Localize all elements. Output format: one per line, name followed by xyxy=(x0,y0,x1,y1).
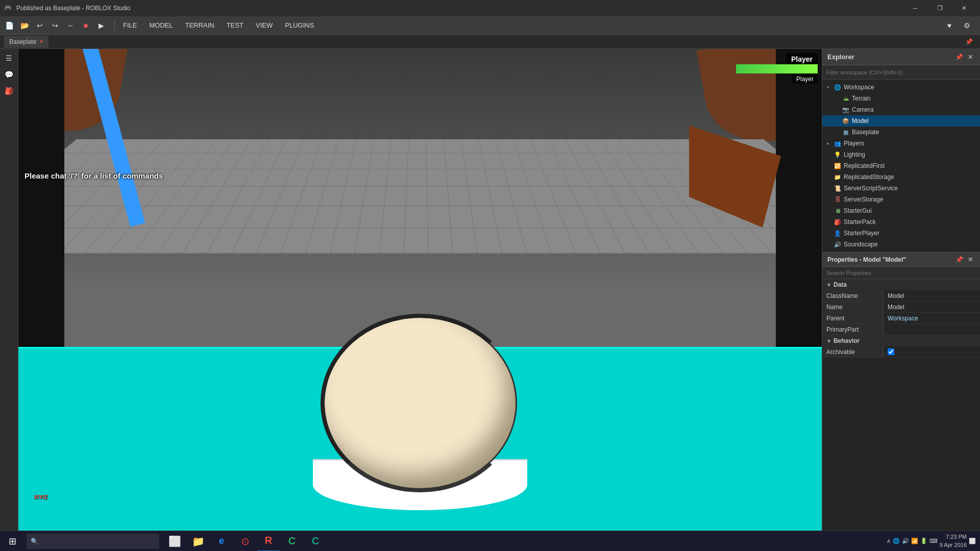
tree-expander-workspace[interactable]: ▾ xyxy=(824,85,831,90)
tree-label-starterplayer: StarterPlayer xyxy=(844,230,879,237)
taskbar-app-taskview[interactable]: ⬜ xyxy=(163,531,186,552)
heart-icon[interactable]: ♥ xyxy=(942,18,957,33)
archivable-checkbox[interactable] xyxy=(888,348,894,355)
show-desktop-button[interactable]: ⬜ xyxy=(969,538,976,544)
taskbar-app-6[interactable]: C xyxy=(304,531,327,552)
tree-icon-terrain: ⛰ xyxy=(842,94,850,103)
tree-label-replicatedstorage: ReplicatedStorage xyxy=(844,173,894,181)
tree-item-soundscape[interactable]: 🔊 Soundscape xyxy=(822,239,980,250)
tree-item-startergui[interactable]: 🖥 StarterGui xyxy=(822,205,980,216)
viewport[interactable]: Player Player Please chat '/?' for a lis… xyxy=(18,49,822,531)
taskbar-app-ie[interactable]: e xyxy=(210,531,233,552)
menu-model[interactable]: MODEL xyxy=(143,16,179,35)
baseplate-tab[interactable]: Baseplate ✕ xyxy=(4,36,48,48)
properties-search-input[interactable] xyxy=(826,270,976,276)
tray-volume-icon[interactable]: 🔊 xyxy=(902,538,909,544)
tree-icon-replicatedstorage: 📁 xyxy=(834,173,842,181)
tree-item-replicatedstorage[interactable]: 📁 ReplicatedStorage xyxy=(822,171,980,183)
tree-item-camera[interactable]: 📷 Camera xyxy=(822,104,980,115)
tree-icon-starterpack: 🎒 xyxy=(834,218,842,226)
tree-item-serverscriptservice[interactable]: 📜 ServerScriptService xyxy=(822,183,980,194)
taskbar-app-chrome[interactable]: ⊙ xyxy=(234,531,256,552)
start-button[interactable]: ⊞ xyxy=(0,531,24,552)
tree-label-lighting: Lighting xyxy=(844,151,865,158)
explorer-title: Explorer xyxy=(827,53,854,61)
menu-plugins[interactable]: PLUGINS xyxy=(279,16,320,35)
properties-close-icon[interactable]: ✕ xyxy=(966,255,975,264)
tab-label: Baseplate xyxy=(9,38,36,45)
tree-icon-model: 📦 xyxy=(842,117,850,125)
properties-pin-icon[interactable]: 📌 xyxy=(954,255,964,264)
prop-archivable-value[interactable] xyxy=(884,346,980,357)
close-button[interactable]: ✕ xyxy=(952,0,976,16)
menu-test[interactable]: TEST xyxy=(220,16,250,35)
character-head xyxy=(323,316,517,490)
tree-item-serverstorage[interactable]: 🗄 ServerStorage xyxy=(822,194,980,205)
tabbar-right-icons: 📌 xyxy=(962,35,976,49)
tree-item-terrain[interactable]: ⛰ Terrain xyxy=(822,93,980,104)
section-behavior-arrow: ▼ xyxy=(826,338,831,344)
tree-item-baseplate[interactable]: ▦ Baseplate xyxy=(822,127,980,138)
tray-arrow[interactable]: ∧ xyxy=(887,538,891,544)
tree-item-workspace[interactable]: ▾ 🌐 Workspace xyxy=(822,82,980,93)
section-data[interactable]: ▼ Data xyxy=(822,279,980,290)
explorer-search-bar[interactable] xyxy=(822,65,980,80)
explorer-panel: Explorer 📌 ✕ ▾ 🌐 Workspace ⛰ Terrain 📷 C… xyxy=(822,49,980,252)
move-icon[interactable]: ↔ xyxy=(63,18,78,33)
taskbar-apps: ⬜ 📁 e ⊙ R C C xyxy=(163,531,327,552)
prop-name-value: Model xyxy=(884,302,980,312)
tree-item-replicatedfirst[interactable]: 🔁 ReplicatedFirst xyxy=(822,160,980,171)
taskbar-app-explorer[interactable]: 📁 xyxy=(187,531,209,552)
explorer-pin-icon[interactable]: 📌 xyxy=(954,53,964,62)
explorer-header: Explorer 📌 ✕ xyxy=(822,49,980,65)
app-icon: 🎮 xyxy=(4,4,12,12)
backpack-button[interactable]: 🎒 xyxy=(2,84,16,98)
tree-label-camera: Camera xyxy=(852,106,874,113)
prop-classname-value: Model xyxy=(884,290,980,301)
menu-terrain[interactable]: TERRAIN xyxy=(179,16,220,35)
taskbar-search[interactable]: 🔍 xyxy=(27,534,159,549)
pin-icon[interactable]: 📌 xyxy=(962,35,976,49)
prop-archivable-row: Archivable xyxy=(822,346,980,358)
tray-battery-icon: 🔋 xyxy=(920,538,927,544)
window-title: Published as Baseplate - ROBLOX Studio xyxy=(16,5,903,12)
taskbar-app-roblox[interactable]: R xyxy=(257,531,280,552)
stop-icon[interactable]: ■ xyxy=(79,18,93,33)
undo-icon[interactable]: ↩ xyxy=(33,18,47,33)
tree-icon-lighting: 💡 xyxy=(834,151,842,159)
explorer-close-icon[interactable]: ✕ xyxy=(966,53,975,62)
play-icon[interactable]: ▶ xyxy=(94,18,108,33)
tree-icon-replicatedfirst: 🔁 xyxy=(834,162,842,170)
section-data-label: Data xyxy=(834,281,847,288)
tree-item-starterplayer[interactable]: 👤 StarterPlayer xyxy=(822,228,980,239)
tray-keyboard-icon: ⌨ xyxy=(929,538,938,544)
tree-label-workspace: Workspace xyxy=(844,84,874,91)
chat-button[interactable]: 💬 xyxy=(2,67,16,82)
tree-item-starterpack[interactable]: 🎒 StarterPack xyxy=(822,216,980,228)
settings-icon[interactable]: ⚙ xyxy=(960,18,974,33)
tree-label-serverscriptservice: ServerScriptService xyxy=(844,185,898,192)
taskbar-clock[interactable]: 7:23 PM 9 Apr 2016 xyxy=(940,533,967,549)
tree-label-players: Players xyxy=(844,140,864,147)
section-behavior[interactable]: ▼ Behavior xyxy=(822,335,980,346)
minimize-button[interactable]: ─ xyxy=(903,0,927,16)
tree-item-lighting[interactable]: 💡 Lighting xyxy=(822,149,980,160)
right-panel: Explorer 📌 ✕ ▾ 🌐 Workspace ⛰ Terrain 📷 C… xyxy=(822,49,980,531)
file-toolbar-icons: 📄 📂 ↩ ↪ ↔ ■ ▶ xyxy=(2,18,108,33)
open-file-icon[interactable]: 📂 xyxy=(17,18,32,33)
tree-item-players[interactable]: ▸ 👥 Players xyxy=(822,138,980,149)
redo-icon[interactable]: ↪ xyxy=(48,18,62,33)
new-file-icon[interactable]: 📄 xyxy=(2,18,16,33)
menu-toggle-button[interactable]: ☰ xyxy=(2,51,16,65)
explorer-search-input[interactable] xyxy=(826,69,976,76)
tree-expander-players[interactable]: ▸ xyxy=(824,141,831,146)
taskbar-app-5[interactable]: C xyxy=(281,531,303,552)
menu-file[interactable]: FILE xyxy=(117,16,143,35)
menu-view[interactable]: VIEW xyxy=(250,16,279,35)
tab-close-button[interactable]: ✕ xyxy=(39,39,43,44)
maximize-button[interactable]: ❐ xyxy=(928,0,951,16)
properties-search-bar[interactable] xyxy=(822,267,980,279)
tree-item-model[interactable]: 📦 Model xyxy=(822,115,980,127)
prop-archivable-label: Archivable xyxy=(822,346,884,357)
tree-label-startergui: StarterGui xyxy=(844,207,872,214)
